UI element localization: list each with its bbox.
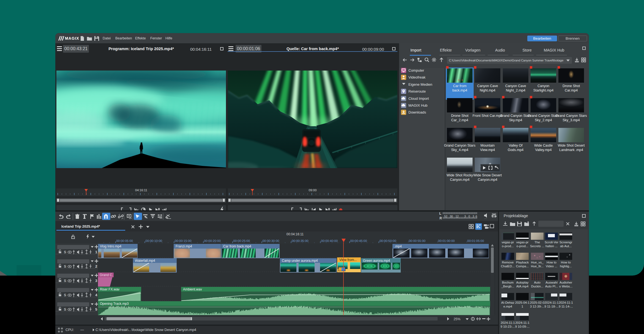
svg-text:S: S	[64, 264, 66, 268]
svg-text:S: S	[64, 293, 66, 297]
svg-text:S: S	[64, 279, 66, 283]
svg-text:S: S	[64, 307, 66, 311]
svg-text:S: S	[64, 250, 66, 254]
